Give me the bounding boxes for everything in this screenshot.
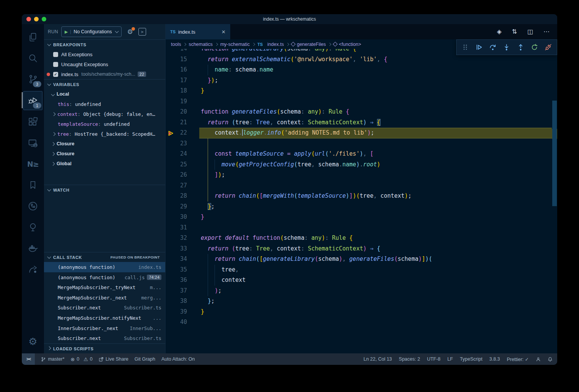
code-line-28[interactable]: 28 return chain([mergeWith(templateSourc… <box>166 191 552 202</box>
variables-section-header[interactable]: VARIABLES <box>44 79 165 89</box>
restart-button[interactable] <box>529 42 540 53</box>
code-line-35[interactable]: 35 tree, <box>166 265 552 275</box>
variable-row-this[interactable]: this: undefined <box>44 99 165 109</box>
breakpoint-checkbox[interactable]: ✓ <box>53 72 58 77</box>
breakpoints-section-header[interactable]: BREAKPOINTS <box>44 39 165 49</box>
code-line-40[interactable]: 40 <box>166 317 552 328</box>
code-line-22[interactable]: 22 context.logger.info('adding NOTES.md … <box>166 128 552 138</box>
activity-bar-bookmarks[interactable] <box>24 176 42 194</box>
variable-scope-closure[interactable]: Closure <box>44 139 165 149</box>
breadcrumb-item[interactable]: generateFiles <box>291 42 326 47</box>
breadcrumb-item[interactable]: tools <box>171 42 181 47</box>
code-line-16[interactable]: 16 name: schema.name <box>166 65 552 75</box>
code-line-36[interactable]: 36 context <box>166 275 552 286</box>
status-indentation[interactable]: Spaces: 2 <box>399 356 420 362</box>
activity-bar-explorer[interactable] <box>24 28 42 46</box>
status-auto-attach[interactable]: Auto Attach: On <box>161 356 195 362</box>
breakpoint-checkbox[interactable] <box>53 62 58 67</box>
breakpoint-checkbox[interactable] <box>53 52 58 57</box>
launch-configuration-dropdown[interactable]: ▶ No Configurations <box>61 26 122 37</box>
close-tab-icon[interactable]: ✕ <box>217 29 226 35</box>
code-line-34[interactable]: 34 return chain([generateLibrary(schema)… <box>166 254 552 265</box>
activity-bar-live-share[interactable] <box>24 260 42 278</box>
status-live-share[interactable]: Live Share <box>99 356 128 362</box>
step-into-button[interactable] <box>501 42 512 53</box>
status-encoding[interactable]: UTF-8 <box>427 356 440 362</box>
variable-scope-closure[interactable]: Closure <box>44 149 165 159</box>
activity-bar-extensions[interactable] <box>24 113 42 131</box>
code-line-32[interactable]: 32export default function(schema: any): … <box>166 233 552 244</box>
breakpoint-row[interactable]: Uncaught Exceptions <box>44 59 165 69</box>
status-notifications[interactable] <box>548 357 553 362</box>
watch-section-header[interactable]: WATCH <box>44 185 165 195</box>
call-stack-frame[interactable]: MergeMapSubscriber.notifyNext... <box>44 313 165 323</box>
breadcrumb-item[interactable]: schematics <box>189 42 213 47</box>
call-stack-frame[interactable]: (anonymous function)index.ts <box>44 262 165 272</box>
call-stack-frame[interactable]: Subscriber.nextSubscriber.ts <box>44 303 165 313</box>
activity-bar-docker[interactable] <box>24 239 42 257</box>
status-prettier[interactable]: Prettier: ✓ <box>507 356 529 362</box>
loaded-scripts-section-header[interactable]: LOADED SCRIPTS <box>44 343 165 353</box>
call-stack-frame[interactable]: InnerSubscriber._nextInnerSub... <box>44 323 165 333</box>
step-over-button[interactable] <box>487 42 499 53</box>
scrollbar-thumb[interactable] <box>552 101 557 206</box>
code-line-29[interactable]: 29 }; <box>166 202 552 212</box>
configure-launch-button[interactable]: ⚙ <box>127 28 133 36</box>
code-line-38[interactable]: 38 }; <box>166 296 552 307</box>
code-line-30[interactable]: 30} <box>166 212 552 223</box>
code-line-33[interactable]: 33 return (tree: Tree, context: Schemati… <box>166 244 552 254</box>
disconnect-button[interactable] <box>543 42 554 53</box>
call-stack-frame[interactable]: Subscriber.nextSubscriber.ts <box>44 333 165 343</box>
code-line-23[interactable]: 23 <box>166 138 552 149</box>
compare-changes-icon[interactable]: ⇅ <box>512 29 517 35</box>
variable-scope-global[interactable]: Global <box>44 159 165 169</box>
code-editor[interactable]: toolsschematicsmy-schematicTSindex.tsgen… <box>166 39 557 353</box>
activity-bar-run-and-debug[interactable]: 1 <box>23 91 42 110</box>
call-stack-section-header[interactable]: CALL STACK PAUSED ON BREAKPOINT <box>44 252 165 262</box>
breadcrumb-item[interactable]: my-schematic <box>220 42 250 47</box>
split-editor-icon[interactable]: ◫ <box>527 29 533 35</box>
open-changes-icon[interactable]: ◈ <box>497 29 501 35</box>
tab-index-ts[interactable]: TS index.ts ✕ <box>166 24 230 39</box>
activity-bar-gitlens[interactable] <box>24 197 42 215</box>
status-feedback[interactable] <box>536 357 541 362</box>
code-line-15[interactable]: 15 return externalSchematic('@nrwl/works… <box>166 54 552 65</box>
activity-bar-search[interactable] <box>24 49 42 67</box>
remote-indicator[interactable]: >< <box>22 353 35 365</box>
code-line-39[interactable]: 39} <box>166 307 552 317</box>
call-stack-frame[interactable]: MergeMapSubscriber._tryNextm... <box>44 282 165 293</box>
status-cursor-position[interactable]: Ln 22, Col 13 <box>363 356 392 362</box>
status-git-graph[interactable]: Git Graph <box>135 356 155 362</box>
code-line-24[interactable]: 24 const templateSource = apply(url('./f… <box>166 149 552 159</box>
variable-row-templateSource[interactable]: templateSource: undefined <box>44 119 165 129</box>
variable-row-tree[interactable]: tree: HostTree {_backend: ScopedH… <box>44 129 165 139</box>
status-ts-version[interactable]: 3.8.3 <box>489 356 500 362</box>
status-language-mode[interactable]: TypeScript <box>460 356 482 362</box>
activity-bar-source-control[interactable]: 3 <box>24 70 42 88</box>
debug-console-button[interactable]: > <box>138 28 146 36</box>
activity-bar-nx-console[interactable]: N≥ <box>24 155 42 173</box>
drag-handle[interactable] <box>459 42 471 53</box>
breakpoint-row[interactable]: All Exceptions <box>44 49 165 59</box>
variable-row-context[interactable]: context: Object {debug: false, en… <box>44 109 165 119</box>
activity-bar-remote-explorer[interactable] <box>24 134 42 152</box>
breakpoint-row[interactable]: ✓index.tstools/schematics/my-sch...22 <box>44 69 165 79</box>
code-line-18[interactable]: 18} <box>166 86 552 96</box>
code-line-27[interactable]: 27 <box>166 181 552 191</box>
code-line-19[interactable]: 19 <box>166 96 552 107</box>
code-line-25[interactable]: 25 move(getProjectConfig(tree, schema.na… <box>166 159 552 170</box>
code-line-37[interactable]: 37 ); <box>166 286 552 296</box>
status-git-branch[interactable]: master* <box>41 356 64 362</box>
step-out-button[interactable] <box>515 42 526 53</box>
call-stack-frame[interactable]: MergeMapSubscriber._nextmerg... <box>44 293 165 303</box>
status-problems[interactable]: ⊗ 0⚠ 0 <box>71 356 93 362</box>
code-line-20[interactable]: 20function generateFiles(schema: any): R… <box>166 107 552 117</box>
code-line-17[interactable]: 17 }); <box>166 75 552 86</box>
activity-bar-test-explorer[interactable] <box>24 218 42 236</box>
continue-button[interactable] <box>473 42 485 53</box>
code-area[interactable]: 14function generateLibrary(schema: any):… <box>166 49 552 353</box>
code-line-21[interactable]: 21 return (tree: Tree, context: Schemati… <box>166 117 552 128</box>
status-eol[interactable]: LF <box>447 356 453 362</box>
breadcrumb-item[interactable]: TSindex.ts <box>257 42 284 47</box>
variable-scope-local[interactable]: Local <box>44 89 165 99</box>
